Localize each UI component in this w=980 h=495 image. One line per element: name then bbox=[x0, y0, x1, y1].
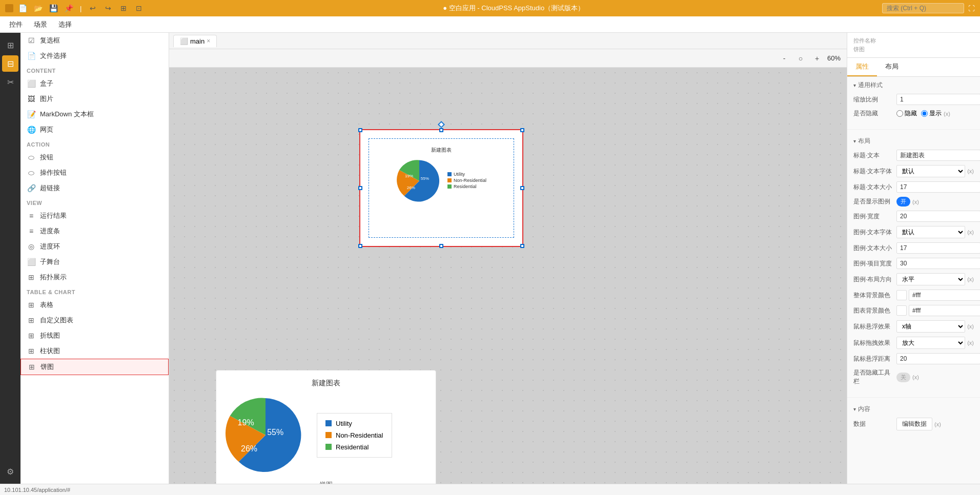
menu-scene[interactable]: 场景 bbox=[29, 18, 52, 31]
svg-text:26%: 26% bbox=[241, 444, 257, 453]
input-hover-distance[interactable] bbox=[896, 353, 980, 364]
component-item-box[interactable]: ⬜ 盒子 bbox=[21, 76, 169, 91]
input-chart-bg-color[interactable] bbox=[909, 305, 980, 316]
undo-btn[interactable]: ↩ bbox=[87, 2, 99, 14]
x-hide-toolbar[interactable]: (x) bbox=[912, 374, 919, 380]
copy-btn[interactable]: ⊞ bbox=[117, 2, 130, 14]
x-hover-effect[interactable]: (x) bbox=[967, 323, 974, 329]
x-hidden[interactable]: (x) bbox=[944, 111, 950, 117]
menu-bar: 控件 场景 选择 bbox=[0, 16, 980, 33]
title-bar-right: ⛶ bbox=[882, 3, 975, 13]
handle-mid-right[interactable] bbox=[520, 186, 524, 190]
sidebar-components-icon[interactable]: ⊟ bbox=[2, 55, 18, 72]
bg-color-swatch[interactable] bbox=[896, 290, 907, 300]
selected-widget[interactable]: 新建图表 55% bbox=[359, 129, 523, 247]
pin-btn[interactable]: 📌 bbox=[63, 2, 75, 14]
fullscreen-btn[interactable]: ⛶ bbox=[968, 5, 975, 12]
preview-chart-area: 55% 26% 19% Utility No bbox=[224, 394, 427, 476]
divider-1 bbox=[847, 129, 980, 130]
mini-chart-area: 55% 26% 19% Utility bbox=[364, 158, 518, 204]
preview-residential-text: Residential bbox=[336, 443, 369, 451]
handle-bottom-left[interactable] bbox=[358, 244, 362, 248]
sidebar-layers-icon[interactable]: ⚙ bbox=[2, 463, 18, 480]
x-title-font[interactable]: (x) bbox=[967, 168, 974, 174]
toggle-hide-toolbar[interactable]: 关 bbox=[896, 373, 910, 382]
x-data[interactable]: (x) bbox=[934, 421, 941, 427]
component-item-image[interactable]: 🖼 图片 bbox=[21, 91, 169, 107]
prop-row-bg-color: 整体背景颜色 (x) bbox=[853, 290, 974, 301]
canvas-area: ⬜ main × - ○ + 60% bbox=[169, 33, 847, 484]
section-title-content: ▾ 内容 bbox=[853, 405, 974, 414]
input-legend-item-width[interactable] bbox=[896, 258, 980, 269]
rotate-handle[interactable] bbox=[438, 121, 445, 128]
radio-show[interactable]: 显示 bbox=[921, 109, 942, 118]
input-bg-color[interactable] bbox=[909, 290, 980, 301]
input-title-size[interactable] bbox=[896, 181, 980, 193]
input-title-text[interactable] bbox=[896, 150, 980, 161]
select-legend-direction[interactable]: 水平 bbox=[896, 273, 965, 285]
handle-mid-left[interactable] bbox=[358, 186, 362, 190]
x-legend-direction[interactable]: (x) bbox=[967, 276, 974, 282]
prop-row-hidden: 是否隐藏 隐藏 显示 (x) bbox=[853, 109, 974, 118]
tab-close-icon[interactable]: × bbox=[207, 37, 210, 45]
x-legend-font[interactable]: (x) bbox=[967, 229, 974, 235]
handle-bottom-right[interactable] bbox=[520, 244, 524, 248]
x-show-legend[interactable]: (x) bbox=[912, 199, 919, 205]
select-drag-effect[interactable]: 放大 bbox=[896, 337, 965, 349]
component-item-bar-chart[interactable]: ⊞ 柱状图 bbox=[21, 343, 169, 359]
component-item-line-chart[interactable]: ⊞ 折线图 bbox=[21, 328, 169, 343]
component-item-button[interactable]: ⬭ 按钮 bbox=[21, 150, 169, 165]
input-legend-width[interactable] bbox=[896, 211, 980, 222]
component-item-topology[interactable]: ⊞ 拓扑展示 bbox=[21, 270, 169, 285]
component-item-run-result[interactable]: ≡ 运行结果 bbox=[21, 208, 169, 223]
label-hide-toolbar: 是否隐藏工具栏 bbox=[853, 368, 894, 386]
section-header-action: ACTION bbox=[21, 137, 169, 150]
preview-card: 新建图表 55% 26% 19% bbox=[216, 370, 436, 484]
zoom-reset-btn[interactable]: ○ bbox=[794, 52, 807, 65]
component-item-custom-chart[interactable]: ⊞ 自定义图表 bbox=[21, 313, 169, 328]
select-legend-font[interactable]: 默认 bbox=[896, 226, 965, 238]
handle-top-right[interactable] bbox=[520, 128, 524, 132]
handle-top-center[interactable] bbox=[439, 128, 443, 132]
canvas-content[interactable]: 新建图表 55% bbox=[169, 68, 847, 484]
component-item-pie-chart[interactable]: ⊞ 饼图 bbox=[21, 359, 169, 375]
input-legend-text-size[interactable] bbox=[896, 242, 980, 254]
component-item-hyperlink[interactable]: 🔗 超链接 bbox=[21, 180, 169, 196]
component-item-file-select[interactable]: 📄 文件选择 bbox=[21, 48, 169, 64]
handle-top-left[interactable] bbox=[358, 128, 362, 132]
prop-tab-layout[interactable]: 布局 bbox=[877, 58, 907, 76]
zoom-in-btn[interactable]: + bbox=[811, 52, 823, 65]
chart-bg-color-swatch[interactable] bbox=[896, 305, 907, 316]
search-input[interactable] bbox=[882, 3, 964, 13]
sidebar-tools-icon[interactable]: ✂ bbox=[2, 74, 18, 90]
component-item-progress-ring[interactable]: ◎ 进度环 bbox=[21, 239, 169, 254]
sidebar-home-icon[interactable]: ⊞ bbox=[2, 37, 18, 53]
menu-controls[interactable]: 控件 bbox=[4, 18, 28, 31]
menu-select[interactable]: 选择 bbox=[53, 18, 77, 31]
export-btn[interactable]: ⊡ bbox=[133, 2, 145, 14]
x-drag-effect[interactable]: (x) bbox=[967, 340, 974, 346]
prop-tab-properties[interactable]: 属性 bbox=[847, 58, 877, 76]
component-item-sub-stage[interactable]: ⬜ 子舞台 bbox=[21, 254, 169, 270]
section-general-style: ▾ 通用样式 缩放比例 (x) 是否隐藏 隐藏 显示 (x) bbox=[847, 77, 980, 126]
input-scale[interactable] bbox=[896, 94, 980, 105]
select-title-font[interactable]: 默认 bbox=[896, 165, 965, 177]
redo-btn[interactable]: ↪ bbox=[102, 2, 114, 14]
component-item-markdown[interactable]: 📝 MarkDown 文本框 bbox=[21, 107, 169, 122]
component-label-box: 盒子 bbox=[40, 79, 53, 88]
component-item-webpage[interactable]: 🌐 网页 bbox=[21, 122, 169, 137]
toggle-show-legend[interactable]: 开 bbox=[896, 197, 910, 207]
component-item-action-button[interactable]: ⬭ 操作按钮 bbox=[21, 165, 169, 180]
canvas-tab-main[interactable]: ⬜ main × bbox=[173, 35, 217, 47]
save-btn[interactable]: 💾 bbox=[47, 2, 59, 14]
select-hover-effect[interactable]: x轴 bbox=[896, 320, 965, 333]
zoom-out-btn[interactable]: - bbox=[778, 52, 790, 65]
component-item-progress-bar[interactable]: ≡ 进度条 bbox=[21, 223, 169, 239]
radio-hide[interactable]: 隐藏 bbox=[896, 109, 917, 118]
edit-data-btn[interactable]: 编辑数据 bbox=[896, 418, 932, 430]
open-btn[interactable]: 📂 bbox=[32, 2, 44, 14]
component-item-table[interactable]: ⊞ 表格 bbox=[21, 297, 169, 313]
new-file-btn[interactable]: 📄 bbox=[16, 2, 29, 14]
handle-bottom-center[interactable] bbox=[439, 244, 443, 248]
component-item-checkbox[interactable]: ☑ 复选框 bbox=[21, 33, 169, 48]
